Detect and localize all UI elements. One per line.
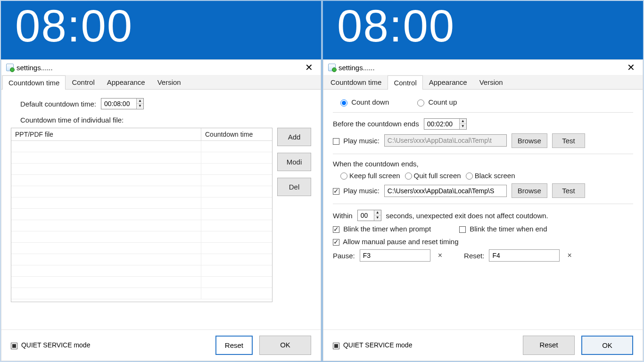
table-row[interactable] [11, 186, 272, 197]
count-up-option[interactable]: Count up [417, 98, 457, 107]
quit-fs-radio[interactable] [405, 173, 412, 180]
clock-display: 08:00 [323, 1, 643, 59]
panel-right: 08:00 settings...... ✕ Countdown time Co… [323, 1, 643, 361]
quiet-mode-label: QUIET SERVICE mode [343, 341, 413, 349]
allow-pause-label: Allow manual pause and reset timing [343, 238, 458, 246]
del-button[interactable]: Del [277, 178, 311, 196]
reset-button[interactable]: Reset [215, 336, 253, 355]
within-spinner[interactable]: ▲▼ [357, 210, 381, 221]
blink-prompt-checkbox[interactable] [333, 226, 339, 233]
test-before-button[interactable]: Test [552, 133, 585, 148]
tab-bar: Countdown time Control Appearance Versio… [323, 75, 643, 90]
spin-up-icon[interactable]: ▲ [374, 210, 381, 215]
close-icon[interactable]: ✕ [302, 63, 316, 72]
count-up-radio[interactable] [417, 99, 424, 107]
default-countdown-label: Default countdown time: [20, 100, 96, 108]
music-path-end-input[interactable] [384, 185, 507, 197]
app-icon [6, 64, 14, 71]
within-input[interactable] [358, 210, 374, 221]
tab-countdown[interactable]: Countdown time [2, 75, 66, 90]
blink-end-option[interactable]: Blink the timer when end [459, 225, 547, 233]
table-row[interactable] [11, 231, 272, 243]
play-music-before-option[interactable]: Play music: [333, 137, 380, 145]
tab-version[interactable]: Version [151, 75, 187, 89]
quiet-mode-label: QUIET SERVICE mode [21, 341, 91, 349]
blink-end-checkbox[interactable] [459, 226, 466, 233]
table-row[interactable] [11, 243, 272, 254]
quiet-mode-checkbox[interactable] [11, 343, 17, 349]
pause-key-input[interactable] [360, 249, 430, 262]
black-screen-radio[interactable] [466, 173, 473, 180]
clock-display: 08:00 [1, 1, 321, 59]
before-end-input[interactable] [424, 119, 459, 129]
table-row[interactable] [11, 164, 272, 175]
tab-countdown[interactable]: Countdown time [324, 75, 388, 89]
table-row[interactable] [11, 265, 272, 277]
tab-version[interactable]: Version [473, 75, 509, 89]
tab-control[interactable]: Control [388, 75, 422, 90]
count-down-radio[interactable] [340, 99, 347, 107]
keep-fs-option[interactable]: Keep full screen [340, 172, 400, 180]
quiet-mode-checkbox[interactable] [333, 343, 339, 349]
play-music-end-label: Play music: [343, 187, 380, 195]
spin-down-icon[interactable]: ▼ [460, 124, 466, 129]
add-button[interactable]: Add [277, 128, 311, 146]
reset-key-input[interactable] [489, 249, 560, 262]
blink-prompt-option[interactable]: Blink the timer when prompt [333, 225, 431, 233]
play-music-end-checkbox[interactable] [333, 188, 339, 195]
table-row[interactable] [11, 175, 272, 186]
ok-button[interactable]: OK [581, 336, 633, 355]
black-screen-option[interactable]: Black screen [466, 172, 515, 180]
table-row[interactable] [11, 254, 272, 265]
count-up-label: Count up [428, 98, 457, 106]
allow-pause-option[interactable]: Allow manual pause and reset timing [333, 238, 458, 246]
individual-file-table[interactable]: PPT/PDF file Countdown time [11, 128, 272, 302]
countdown-tab-body: Default countdown time: ▲▼ Countdown tim… [1, 90, 321, 329]
black-screen-label: Black screen [475, 172, 515, 180]
ok-button[interactable]: OK [259, 336, 311, 355]
spin-up-icon[interactable]: ▲ [460, 119, 466, 124]
table-row[interactable] [11, 141, 272, 152]
blink-prompt-label: Blink the timer when prompt [343, 225, 431, 233]
tab-appearance[interactable]: Appearance [423, 75, 473, 89]
browse-before-button[interactable]: Browse [512, 133, 547, 148]
within-label-1: Within [333, 212, 353, 220]
quit-fs-option[interactable]: Quit full screen [405, 172, 461, 180]
reset-clear-icon[interactable]: × [564, 251, 574, 260]
allow-pause-checkbox[interactable] [333, 239, 339, 246]
table-row[interactable] [11, 209, 272, 220]
pause-clear-icon[interactable]: × [435, 251, 445, 260]
tab-appearance[interactable]: Appearance [101, 75, 151, 89]
col-time: Countdown time [201, 128, 272, 141]
browse-end-button[interactable]: Browse [512, 183, 547, 198]
reset-label: Reset: [464, 252, 484, 260]
settings-window-right: settings...... ✕ Countdown time Control … [323, 59, 643, 361]
blink-end-label: Blink the timer when end [470, 225, 547, 233]
window-title: settings...... [339, 64, 375, 72]
spin-down-icon[interactable]: ▼ [137, 104, 143, 108]
table-row[interactable] [11, 220, 272, 231]
tab-control[interactable]: Control [66, 75, 100, 89]
close-icon[interactable]: ✕ [624, 63, 638, 72]
default-countdown-input[interactable] [101, 99, 136, 109]
keep-fs-radio[interactable] [340, 173, 347, 180]
music-path-before-input [384, 134, 507, 147]
count-down-option[interactable]: Count down [340, 98, 389, 107]
modi-button[interactable]: Modi [277, 153, 311, 171]
spin-down-icon[interactable]: ▼ [374, 215, 381, 220]
quiet-mode-option[interactable]: QUIET SERVICE mode [333, 341, 412, 349]
test-end-button[interactable]: Test [552, 183, 585, 198]
spin-up-icon[interactable]: ▲ [137, 99, 143, 104]
reset-button[interactable]: Reset [523, 336, 575, 355]
separator [333, 112, 633, 113]
default-countdown-spinner[interactable]: ▲▼ [101, 98, 144, 109]
play-music-before-checkbox[interactable] [333, 138, 339, 145]
window-title: settings...... [17, 64, 53, 72]
table-row[interactable] [11, 288, 272, 299]
table-row[interactable] [11, 197, 272, 209]
play-music-end-option[interactable]: Play music: [333, 187, 380, 195]
before-end-spinner[interactable]: ▲▼ [424, 118, 467, 130]
quiet-mode-option[interactable]: QUIET SERVICE mode [11, 341, 90, 349]
table-row[interactable] [11, 152, 272, 164]
table-row[interactable] [11, 277, 272, 288]
